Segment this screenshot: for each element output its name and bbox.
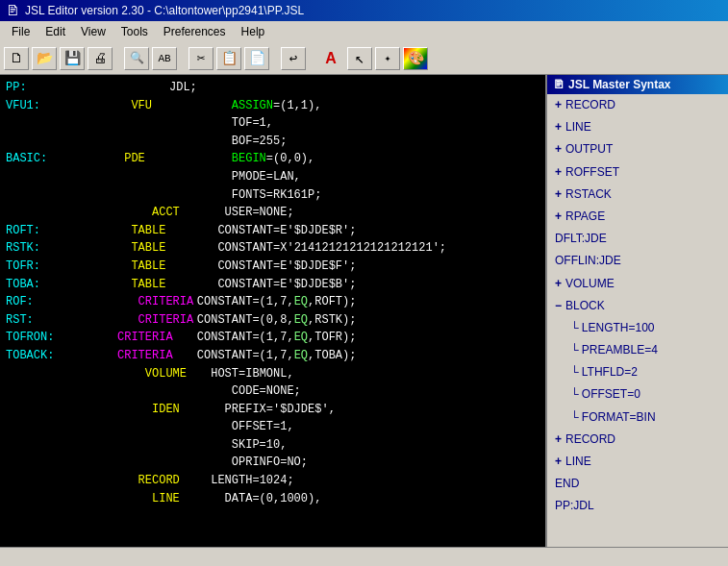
find-button[interactable]: 🔍: [124, 47, 149, 70]
tree-end: END: [547, 473, 728, 495]
menu-preferences[interactable]: Preferences: [156, 23, 234, 40]
tree-line2[interactable]: +LINE: [547, 451, 728, 473]
panel-icon: 🖹: [553, 78, 565, 91]
title-bar: 🖹 JSL Editor version 2.30 - C:\altontowe…: [0, 0, 728, 21]
paste-button[interactable]: 📄: [244, 47, 269, 70]
app-icon: 🖹: [6, 3, 19, 18]
tree-pp-jdl: PP:JDL: [547, 495, 728, 517]
print-button[interactable]: 🖨: [88, 47, 113, 70]
panel-title-text: JSL Master Syntax: [568, 78, 671, 91]
syntax-panel: 🖹 JSL Master Syntax +RECORD +LINE +OUTPU…: [545, 75, 728, 547]
tree-rpage[interactable]: +RPAGE: [547, 206, 728, 228]
panel-title: 🖹 JSL Master Syntax: [547, 75, 728, 94]
copy-button[interactable]: 📋: [216, 47, 241, 70]
tree-volume[interactable]: +VOLUME: [547, 273, 728, 295]
menu-edit[interactable]: Edit: [38, 23, 73, 40]
tree-record2[interactable]: +RECORD: [547, 429, 728, 451]
menu-help[interactable]: Help: [234, 23, 273, 40]
tree-offset: └ OFFSET=0: [547, 383, 728, 406]
tree-roffset[interactable]: +ROFFSET: [547, 161, 728, 184]
tree-dflt: DFLT:JDE: [547, 228, 728, 250]
menu-view[interactable]: View: [73, 23, 113, 40]
menu-file[interactable]: File: [4, 23, 38, 40]
cut-button[interactable]: ✂: [188, 47, 213, 70]
tree-offlin: OFFLIN:JDE: [547, 250, 728, 272]
tree-length: └ LENGTH=100: [547, 317, 728, 339]
new-button[interactable]: 🗋: [4, 47, 29, 70]
tree-format: └ FORMAT=BIN: [547, 406, 728, 429]
cursor-button[interactable]: ↖: [347, 47, 372, 70]
undo-button[interactable]: ↩: [281, 47, 306, 70]
tree-block[interactable]: −BLOCK: [547, 295, 728, 317]
replace-button[interactable]: AB: [152, 47, 177, 70]
tree-line[interactable]: +LINE: [547, 116, 728, 138]
code-area[interactable]: PP: JDL; VFU1: VFU ASSIGN=(1,1), TOF=1, …: [0, 75, 545, 547]
open-button[interactable]: 📂: [32, 47, 57, 70]
tree-record[interactable]: +RECORD: [547, 94, 728, 116]
title-text: JSL Editor version 2.30 - C:\altontower\…: [25, 4, 304, 17]
menu-tools[interactable]: Tools: [113, 23, 156, 40]
save-button[interactable]: 💾: [60, 47, 85, 70]
tree-preamble: └ PREAMBLE=4: [547, 339, 728, 361]
font-color-button[interactable]: A: [317, 47, 344, 70]
toolbar: 🗋 📂 💾 🖨 🔍 AB ✂ 📋 📄 ↩ A ↖ ✦ 🎨: [0, 42, 728, 75]
macro-button[interactable]: ✦: [375, 47, 400, 70]
menu-bar: File Edit View Tools Preferences Help: [0, 21, 728, 42]
tree-lthfld: └ LTHFLD=2: [547, 361, 728, 383]
tree-output[interactable]: +OUTPUT: [547, 138, 728, 160]
palette-button[interactable]: 🎨: [403, 47, 428, 70]
tree-rstack[interactable]: +RSTACK: [547, 184, 728, 206]
status-bar: [0, 547, 728, 566]
main-content: PP: JDL; VFU1: VFU ASSIGN=(1,1), TOF=1, …: [0, 75, 728, 547]
